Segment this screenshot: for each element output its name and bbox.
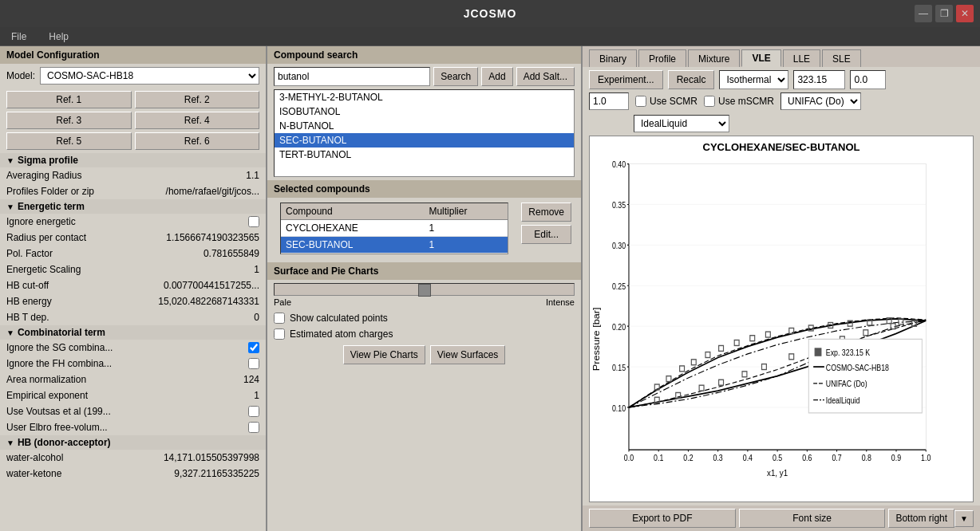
energetic-term-header[interactable]: ▼ Energetic term xyxy=(0,199,266,214)
ref-5-button[interactable]: Ref. 5 xyxy=(6,132,132,150)
ref-1-button[interactable]: Ref. 1 xyxy=(6,91,132,108)
ignore-fh-row: Ignore the FH combina... xyxy=(0,356,266,372)
tab-sle[interactable]: SLE xyxy=(822,49,861,67)
use-mscmr-label: Use mSCMR xyxy=(704,96,774,107)
menu-help[interactable]: Help xyxy=(44,30,73,44)
svg-text:0.5: 0.5 xyxy=(773,453,782,462)
temperature-input[interactable] xyxy=(793,70,845,89)
estimated-atom-checkbox[interactable] xyxy=(274,328,285,340)
right-panel: Binary Profile Mixture VLE LLE SLE Exper… xyxy=(583,46,980,531)
legend-exp-label: Exp. 323.15 K xyxy=(826,348,871,357)
svg-text:0.30: 0.30 xyxy=(612,241,626,250)
list-item[interactable]: TERT-BUTANOL xyxy=(275,148,574,162)
mol-input[interactable] xyxy=(589,92,629,110)
y-axis-label: Pressure [bar] xyxy=(591,307,601,371)
add-salt-button[interactable]: Add Salt... xyxy=(516,67,575,86)
tab-binary[interactable]: Binary xyxy=(589,49,637,67)
menubar: File Help xyxy=(0,27,980,46)
svg-text:0.15: 0.15 xyxy=(612,363,626,372)
model-row: Model: COSMO-SAC-HB18 xyxy=(0,64,266,88)
edit-button[interactable]: Edit... xyxy=(521,225,571,244)
view-surfaces-button[interactable]: View Surfaces xyxy=(430,345,505,364)
elbro-row: User Elbro free-volum... xyxy=(0,419,266,435)
ignore-fh-checkbox[interactable] xyxy=(248,358,259,369)
close-button[interactable]: ✕ xyxy=(956,5,974,22)
bottom-right-button[interactable]: Bottom right xyxy=(888,509,954,528)
ideal-select[interactable]: IdealLiquid xyxy=(634,115,729,132)
use-scmr-checkbox[interactable] xyxy=(635,96,646,107)
color-slider-track[interactable] xyxy=(274,283,575,296)
svg-text:0.7: 0.7 xyxy=(832,453,841,462)
chart-area: CYCLOHEXANE/SEC-BUTANOL Pressure [bar] 0… xyxy=(589,136,974,502)
view-pie-charts-button[interactable]: View Pie Charts xyxy=(343,345,425,364)
ref-2-button[interactable]: Ref. 2 xyxy=(135,91,260,108)
sigma-profile-header[interactable]: ▼ Sigma profile xyxy=(0,153,266,167)
export-pdf-button[interactable]: Export to PDF xyxy=(589,509,736,528)
show-calc-points-checkbox[interactable] xyxy=(274,313,285,324)
tab-mixture[interactable]: Mixture xyxy=(688,49,740,67)
search-input[interactable] xyxy=(274,67,430,86)
recalc-button[interactable]: Recalc xyxy=(668,70,715,89)
ref-6-button[interactable]: Ref. 6 xyxy=(135,132,260,150)
multiplier-col-header: Multiplier xyxy=(424,203,508,220)
tab-lle[interactable]: LLE xyxy=(783,49,820,67)
ignore-energetic-checkbox[interactable] xyxy=(248,216,259,227)
svg-text:x1, y1: x1, y1 xyxy=(767,467,788,478)
chart-title: CYCLOHEXANE/SEC-BUTANOL xyxy=(590,136,973,155)
remove-button[interactable]: Remove xyxy=(521,203,571,222)
bottom-bar: Export to PDF Font size Bottom right ▼ xyxy=(583,505,980,531)
svg-text:0.10: 0.10 xyxy=(612,403,626,413)
search-button[interactable]: Search xyxy=(433,67,478,86)
unifac-select[interactable]: UNIFAC (Do) xyxy=(780,92,861,110)
water-alcohol-row: water-alcohol 14,171.015505397998 xyxy=(0,450,266,466)
list-item[interactable]: SEC-BUTANOL xyxy=(275,133,574,148)
table-row[interactable]: CYCLOHEXANE 1 xyxy=(281,220,508,237)
restore-button[interactable]: ❐ xyxy=(935,5,953,22)
svg-text:0.35: 0.35 xyxy=(612,200,626,210)
ignore-sg-checkbox[interactable] xyxy=(248,342,259,353)
minimize-button[interactable]: — xyxy=(915,5,932,22)
right-controls: Experiment... Recalc Isothermal Use SCMR… xyxy=(583,67,980,136)
legend-unifac-label: UNIFAC (Do) xyxy=(826,380,867,389)
hb-energy-row: HB energy 15,020.4822687143331 xyxy=(0,293,266,309)
selected-compounds-area: Compound Multiplier CYCLOHEXANE 1 SEC-BU… xyxy=(274,199,575,258)
water-ketone-row: water-ketone 9,327.21165335225 xyxy=(0,466,266,482)
voutsas-checkbox[interactable] xyxy=(248,406,259,417)
left-panel: Model Configuration Model: COSMO-SAC-HB1… xyxy=(0,46,267,531)
titlebar: JCOSMO — ❐ ✕ xyxy=(0,0,980,27)
svg-text:0.40: 0.40 xyxy=(612,159,626,169)
tab-profile[interactable]: Profile xyxy=(638,49,686,67)
ideal-select-row: IdealLiquid xyxy=(589,113,974,132)
compound-search-header: Compound search xyxy=(267,46,581,64)
font-size-button[interactable]: Font size xyxy=(739,509,886,528)
add-button[interactable]: Add xyxy=(481,67,512,86)
experiment-button[interactable]: Experiment... xyxy=(589,70,663,89)
pressure-input[interactable] xyxy=(850,70,886,89)
bottom-right-arrow[interactable]: ▼ xyxy=(954,510,974,527)
list-item[interactable]: ISOBUTANOL xyxy=(275,104,574,119)
model-select[interactable]: COSMO-SAC-HB18 xyxy=(40,67,259,85)
list-item[interactable]: 3-METHYL-2-BUTANOL xyxy=(275,90,574,104)
svg-text:0.1: 0.1 xyxy=(654,453,663,462)
ignore-sg-row: Ignore the SG combina... xyxy=(0,340,266,356)
show-calc-points-row: Show calculated points xyxy=(267,310,581,326)
remove-edit-buttons: Remove Edit... xyxy=(518,199,575,258)
ref-4-button[interactable]: Ref. 4 xyxy=(135,112,260,129)
tab-vle[interactable]: VLE xyxy=(741,49,780,67)
app-title: JCOSMO xyxy=(464,7,517,20)
table-row[interactable]: SEC-BUTANOL 1 xyxy=(281,237,508,254)
combinatorial-term-header[interactable]: ▼ Combinatorial term xyxy=(0,325,266,340)
voutsas-row: Use Voutsas et al (199... xyxy=(0,403,266,419)
color-slider-thumb[interactable] xyxy=(418,284,431,297)
middle-panel: Compound search Search Add Add Salt... 3… xyxy=(267,46,583,531)
slider-labels: Pale Intense xyxy=(274,297,575,307)
menu-file[interactable]: File xyxy=(6,30,31,44)
ref-3-button[interactable]: Ref. 3 xyxy=(6,112,132,129)
list-item[interactable]: N-BUTANOL xyxy=(275,119,574,133)
profiles-folder-row: Profiles Folder or zip /home/rafael/git/… xyxy=(0,183,266,199)
use-mscmr-checkbox[interactable] xyxy=(704,96,715,107)
compound-cell: SEC-BUTANOL xyxy=(281,237,424,254)
isothermal-select[interactable]: Isothermal xyxy=(719,70,788,89)
elbro-checkbox[interactable] xyxy=(248,422,259,433)
hb-section-header[interactable]: ▼ HB (donor-acceptor) xyxy=(0,435,266,450)
